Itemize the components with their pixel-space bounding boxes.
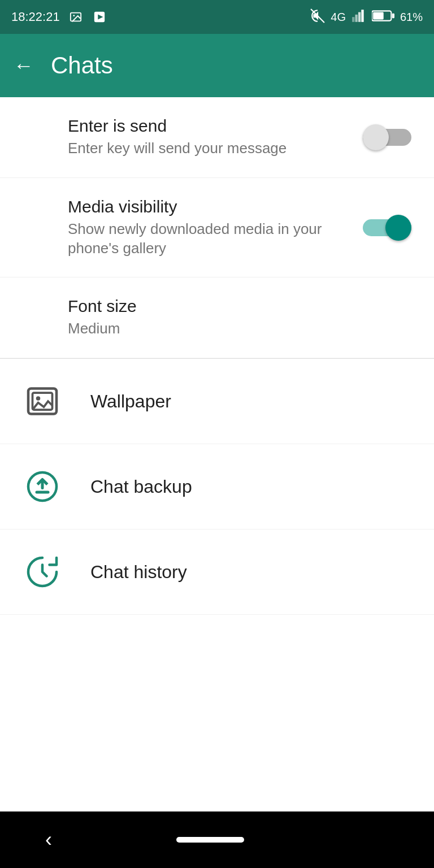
svg-rect-11 xyxy=(373,12,384,19)
mute-icon xyxy=(310,8,325,26)
chat-backup-icon xyxy=(23,467,62,506)
media-visibility-title: Media visibility xyxy=(68,197,363,216)
settings-content: Enter is send Enter key will send your m… xyxy=(0,97,434,811)
bottom-nav: ‹ xyxy=(0,811,434,868)
wallpaper-icon xyxy=(23,381,62,421)
media-visibility-subtitle: Show newly downloaded media in your phon… xyxy=(68,220,363,258)
chat-history-row[interactable]: Chat history xyxy=(0,530,434,615)
status-left: 18:22:21 xyxy=(11,10,107,24)
font-size-title: Font size xyxy=(68,297,411,316)
enter-is-send-subtitle: Enter key will send your message xyxy=(68,139,363,158)
svg-rect-8 xyxy=(361,10,363,22)
enter-is-send-content: Enter is send Enter key will send your m… xyxy=(68,116,363,158)
toolbar: ← Chats xyxy=(0,34,434,97)
battery-icon xyxy=(372,9,394,25)
chat-backup-title: Chat backup xyxy=(90,476,192,497)
media-visibility-content: Media visibility Show newly downloaded m… xyxy=(68,197,363,258)
svg-rect-5 xyxy=(352,17,354,22)
page-title: Chats xyxy=(51,52,113,79)
svg-rect-6 xyxy=(355,14,357,21)
font-size-value: Medium xyxy=(68,319,411,338)
wallpaper-title: Wallpaper xyxy=(90,391,171,412)
signal-icon xyxy=(351,8,366,26)
play-icon xyxy=(92,11,107,23)
chat-history-title: Chat history xyxy=(90,562,187,583)
back-arrow-icon: ← xyxy=(14,54,34,77)
enter-is-send-thumb xyxy=(363,124,389,150)
nav-home-pill[interactable] xyxy=(176,837,244,843)
enter-is-send-title: Enter is send xyxy=(68,116,363,136)
font-size-row[interactable]: Font size Medium xyxy=(0,277,434,358)
media-visibility-toggle[interactable] xyxy=(363,215,411,241)
wallpaper-row[interactable]: Wallpaper xyxy=(0,359,434,444)
media-visibility-thumb xyxy=(385,215,411,241)
svg-point-14 xyxy=(36,396,41,401)
chat-history-icon xyxy=(23,552,62,592)
svg-rect-10 xyxy=(392,13,394,18)
media-visibility-row[interactable]: Media visibility Show newly downloaded m… xyxy=(0,178,434,278)
font-size-content: Font size Medium xyxy=(68,297,411,338)
status-right: 4G 61% xyxy=(310,8,423,26)
svg-rect-7 xyxy=(358,12,361,21)
image-icon xyxy=(68,11,84,23)
status-time: 18:22:21 xyxy=(11,10,60,24)
nav-back-button[interactable]: ‹ xyxy=(45,828,52,852)
status-bar: 18:22:21 4G xyxy=(0,0,434,34)
svg-point-1 xyxy=(73,15,75,16)
enter-is-send-row[interactable]: Enter is send Enter key will send your m… xyxy=(0,97,434,178)
enter-is-send-toggle[interactable] xyxy=(363,124,411,150)
chat-backup-row[interactable]: Chat backup xyxy=(0,444,434,530)
back-button[interactable]: ← xyxy=(14,54,34,77)
network-label: 4G xyxy=(331,11,346,24)
battery-percentage: 61% xyxy=(400,11,423,24)
